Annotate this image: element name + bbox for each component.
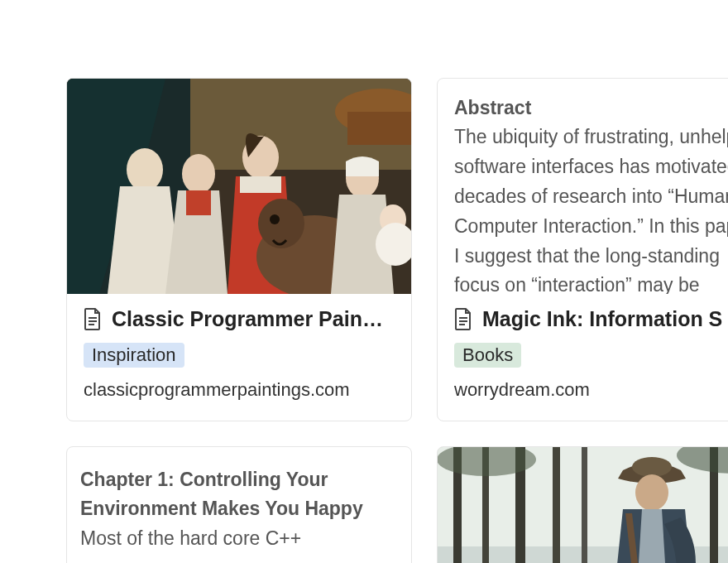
card-title: Classic Programmer Pain… — [112, 307, 383, 331]
svg-rect-5 — [347, 112, 411, 145]
bookmark-card[interactable]: Abstract The ubiquity of frustrating, un… — [437, 78, 728, 421]
svg-point-12 — [258, 199, 304, 248]
preview-heading: Chapter 1: Controlling Your Environment … — [80, 465, 395, 522]
document-icon — [84, 308, 102, 330]
preview-body: Most of the hard core C++ — [80, 524, 395, 554]
svg-rect-28 — [553, 447, 560, 563]
card-grid: Classic Programmer Pain… Inspiration cla… — [0, 0, 728, 563]
tag-inspiration[interactable]: Inspiration — [84, 343, 184, 368]
card-title-row: Magic Ink: Information S — [454, 307, 728, 331]
bookmark-card[interactable]: Classic Programmer Pain… Inspiration cla… — [66, 78, 412, 421]
svg-rect-10 — [240, 176, 281, 193]
svg-point-6 — [127, 148, 163, 191]
outdoor-image — [438, 447, 728, 563]
tag-books[interactable]: Books — [454, 343, 521, 368]
svg-rect-8 — [186, 190, 211, 215]
painting-image — [67, 79, 411, 294]
card-preview-image — [67, 79, 411, 294]
svg-point-7 — [182, 154, 215, 194]
card-title: Magic Ink: Information S — [482, 307, 722, 331]
card-preview-text: Abstract The ubiquity of frustrating, un… — [438, 79, 728, 294]
card-domain: worrydream.com — [454, 379, 728, 401]
card-title-row: Classic Programmer Pain… — [84, 307, 395, 331]
card-body: Classic Programmer Pain… Inspiration cla… — [67, 294, 411, 421]
document-icon — [454, 308, 472, 330]
card-domain: classicprogrammerpaintings.com — [84, 379, 395, 401]
card-tags: Books — [454, 343, 728, 368]
bookmark-card[interactable] — [437, 446, 728, 563]
card-body: Magic Ink: Information S Books worrydrea… — [438, 294, 728, 421]
card-preview-image — [438, 447, 728, 563]
svg-point-39 — [635, 474, 668, 511]
svg-point-13 — [270, 214, 280, 224]
card-preview-text: Chapter 1: Controlling Your Environment … — [67, 447, 411, 554]
bookmark-card[interactable]: Chapter 1: Controlling Your Environment … — [66, 446, 412, 563]
preview-heading: Abstract — [454, 97, 728, 119]
svg-rect-29 — [582, 447, 587, 563]
card-tags: Inspiration — [84, 343, 395, 368]
svg-point-38 — [632, 457, 672, 477]
preview-body: The ubiquity of frustrating, unhelpful s… — [454, 123, 728, 294]
